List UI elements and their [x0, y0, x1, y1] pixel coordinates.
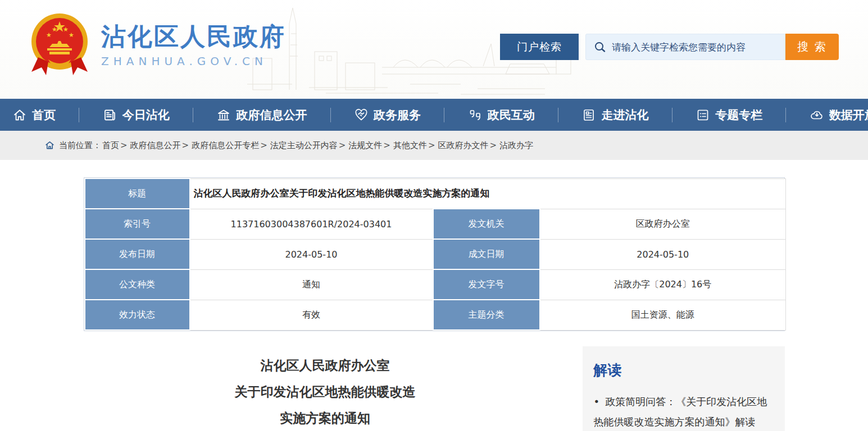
location-home-icon [45, 141, 54, 150]
svg-text:★: ★ [69, 31, 74, 39]
table-row-title: 标题 沾化区人民政府办公室关于印发沾化区地热能供暖改造实施方案的通知 [85, 178, 786, 209]
nav-item-interaction[interactable]: 政民互动 [468, 107, 535, 123]
breadcrumb-separator: > [489, 140, 497, 150]
issuing-agency-label: 发文机关 [433, 209, 540, 239]
interpretation-sidebar: 解读 •政策简明问答：《关于印发沾化区地热能供暖改造实施方案的通知》解读 [583, 346, 785, 431]
list-icon [696, 108, 710, 122]
breadcrumb-separator: > [182, 140, 189, 150]
breadcrumb-item-other-docs[interactable]: 其他文件 [393, 140, 427, 151]
written-date-value: 2024-05-10 [540, 239, 786, 269]
index-number-value: 11371603004387601R/2024-03401 [190, 209, 433, 239]
written-date-label: 成文日期 [433, 239, 540, 269]
doc-type-label: 公文种类 [85, 269, 190, 300]
breadcrumb-item-regulations[interactable]: 法规文件 [348, 140, 382, 151]
site-title-block: 沾化区人民政府 ZHANHUA.GOV.CN [101, 22, 286, 68]
nav-item-about[interactable]: 走进沾化 [581, 107, 648, 123]
breadcrumb-separator: > [428, 140, 435, 150]
search-group: 门户检索 搜 索 [500, 34, 839, 60]
breadcrumb-separator: > [120, 140, 128, 150]
topic-category-value: 国土资源、能源 [540, 300, 786, 330]
breadcrumb-item-statutory[interactable]: 法定主动公开内容 [270, 140, 338, 151]
index-number-label: 索引号 [85, 209, 190, 239]
issuing-agency-value: 区政府办公室 [540, 209, 786, 239]
breadcrumb: 当前位置： 首页> 政府信息公开> 政府信息公开专栏> 法定主动公开内容> 法规… [0, 131, 868, 160]
home-icon [12, 108, 27, 122]
article-title-line1: 沾化区人民政府办公室 [84, 352, 567, 379]
validity-value: 有效 [190, 300, 433, 330]
search-input[interactable] [612, 42, 785, 53]
nav-separator [193, 108, 193, 122]
nav-label: 政民互动 [488, 107, 535, 123]
publish-date-value: 2024-05-10 [190, 239, 433, 269]
dialog-quotes-icon [468, 108, 483, 122]
validity-label: 效力状态 [85, 300, 190, 330]
nav-label: 专题专栏 [715, 107, 762, 123]
nav-item-open-data[interactable]: 数据开放 [810, 107, 868, 123]
breadcrumb-separator: > [260, 140, 267, 150]
site-name: 沾化区人民政府 [101, 22, 286, 51]
title-value-cell: 沾化区人民政府办公室关于印发沾化区地热能供暖改造实施方案的通知 [190, 178, 786, 209]
nav-label: 首页 [32, 107, 56, 123]
nav-label: 数据开放 [829, 107, 868, 123]
breadcrumb-item-current: 沾政办字 [499, 140, 533, 151]
search-icon [594, 41, 606, 53]
nav-label: 政府信息公开 [236, 107, 307, 123]
site-header: ★ ★ ★ ★ 沾化区人民政府 ZHANHUA.GOV.CN 门户检索 搜 索 [0, 0, 868, 99]
nav-item-home[interactable]: 首页 [12, 107, 56, 123]
site-domain: ZHANHUA.GOV.CN [101, 54, 286, 68]
doc-type-value: 通知 [190, 269, 433, 300]
news-icon [103, 108, 117, 122]
doc-number-label: 发文字号 [433, 269, 540, 300]
table-row: 公文种类 通知 发文字号 沾政办字〔2024〕16号 [85, 269, 786, 300]
nav-separator [785, 108, 786, 122]
document-icon [581, 108, 596, 122]
svg-text:★: ★ [63, 26, 69, 33]
nav-separator [330, 108, 331, 122]
main-nav: 首页 今日沾化 政府信息公开 [0, 99, 868, 131]
interpretation-link-text: 政策简明问答：《关于印发沾化区地热能供暖改造实施方案的通知》解读 [594, 396, 767, 428]
nav-item-services[interactable]: 政务服务 [354, 107, 421, 123]
title-label-cell: 标题 [85, 178, 190, 209]
publish-date-label: 发布日期 [85, 239, 190, 269]
breadcrumb-item-office-docs[interactable]: 区政府办文件 [438, 140, 488, 151]
svg-text:★: ★ [46, 31, 52, 39]
search-button[interactable]: 搜 索 [785, 34, 839, 60]
national-emblem-logo: ★ ★ ★ ★ [29, 12, 90, 77]
bank-icon [216, 108, 231, 122]
breadcrumb-prefix: 当前位置： [59, 140, 101, 151]
article-title-line2: 关于印发沾化区地热能供暖改造 [84, 379, 567, 405]
nav-separator [672, 108, 672, 122]
bullet-icon: • [594, 396, 600, 407]
handshake-heart-icon [354, 108, 369, 122]
breadcrumb-item-gov-info-column[interactable]: 政府信息公开专栏 [192, 140, 259, 151]
portal-search-button[interactable]: 门户检索 [500, 34, 579, 60]
breadcrumb-separator: > [383, 140, 390, 150]
article-title: 沾化区人民政府办公室 关于印发沾化区地热能供暖改造 实施方案的通知 [84, 352, 567, 431]
table-row: 效力状态 有效 主题分类 国土资源、能源 [85, 300, 786, 330]
cloud-download-icon [810, 108, 824, 122]
interpretation-link[interactable]: •政策简明问答：《关于印发沾化区地热能供暖改造实施方案的通知》解读 [594, 392, 774, 431]
breadcrumb-item-gov-info[interactable]: 政府信息公开 [130, 140, 181, 151]
nav-label: 政务服务 [374, 107, 421, 123]
doc-number-value: 沾政办字〔2024〕16号 [540, 269, 786, 300]
topic-category-label: 主题分类 [433, 300, 540, 330]
interpretation-heading: 解读 [594, 361, 774, 379]
site-logo-link[interactable]: ★ ★ ★ ★ 沾化区人民政府 ZHANHUA.GOV.CN [29, 12, 286, 77]
nav-item-topics[interactable]: 专题专栏 [696, 107, 762, 123]
nav-label: 今日沾化 [122, 107, 170, 123]
article-body: 沾化区人民政府办公室 关于印发沾化区地热能供暖改造 实施方案的通知 [84, 331, 567, 431]
table-row: 发布日期 2024-05-10 成文日期 2024-05-10 [85, 239, 786, 269]
table-row: 索引号 11371603004387601R/2024-03401 发文机关 区… [85, 209, 786, 239]
nav-item-today[interactable]: 今日沾化 [103, 107, 170, 123]
breadcrumb-separator: > [339, 140, 346, 150]
nav-separator [558, 108, 558, 122]
nav-separator [79, 108, 79, 122]
search-box [585, 34, 785, 60]
document-meta-table: 标题 沾化区人民政府办公室关于印发沾化区地热能供暖改造实施方案的通知 索引号 1… [84, 177, 785, 331]
nav-separator [444, 108, 444, 122]
breadcrumb-item-home[interactable]: 首页 [102, 140, 119, 151]
nav-item-gov-info[interactable]: 政府信息公开 [216, 107, 307, 123]
svg-text:★: ★ [52, 26, 57, 33]
article-title-line3: 实施方案的通知 [84, 405, 567, 431]
main-content: 标题 沾化区人民政府办公室关于印发沾化区地热能供暖改造实施方案的通知 索引号 1… [84, 177, 785, 431]
